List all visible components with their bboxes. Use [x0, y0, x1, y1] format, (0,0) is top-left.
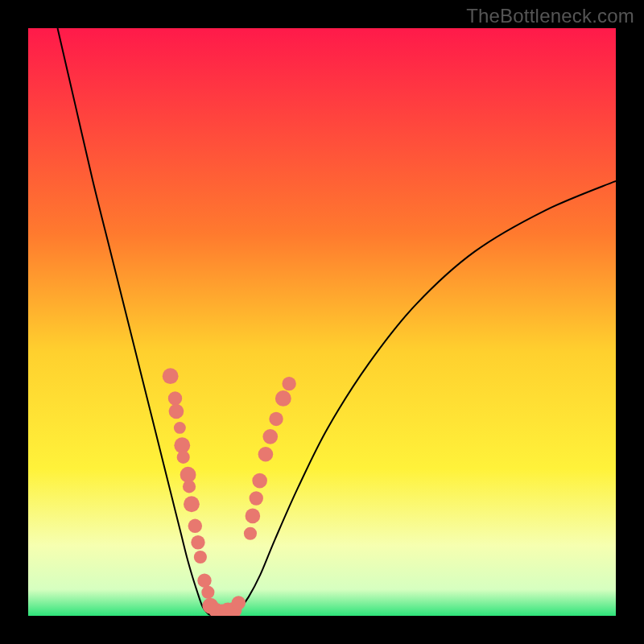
data-point: [246, 509, 261, 524]
data-point: [197, 574, 211, 588]
data-point: [262, 429, 278, 444]
data-point: [188, 519, 202, 533]
data-point: [252, 473, 267, 489]
data-point: [183, 480, 196, 493]
data-point: [258, 447, 274, 462]
data-point: [244, 527, 257, 540]
data-point: [194, 551, 207, 564]
data-point: [174, 422, 186, 434]
data-point: [201, 586, 214, 599]
data-point: [191, 535, 204, 549]
data-point: [169, 404, 184, 419]
data-point: [177, 451, 190, 464]
data-point: [275, 390, 291, 407]
gradient-background: [28, 28, 616, 616]
data-point: [250, 491, 263, 505]
data-point: [269, 412, 283, 426]
chart-frame: TheBottleneck.com: [0, 0, 644, 644]
data-point: [232, 596, 246, 609]
data-point: [168, 391, 182, 405]
data-point: [282, 377, 295, 390]
data-point: [163, 368, 179, 384]
bottleneck-chart: [0, 0, 644, 644]
data-point: [184, 496, 200, 512]
